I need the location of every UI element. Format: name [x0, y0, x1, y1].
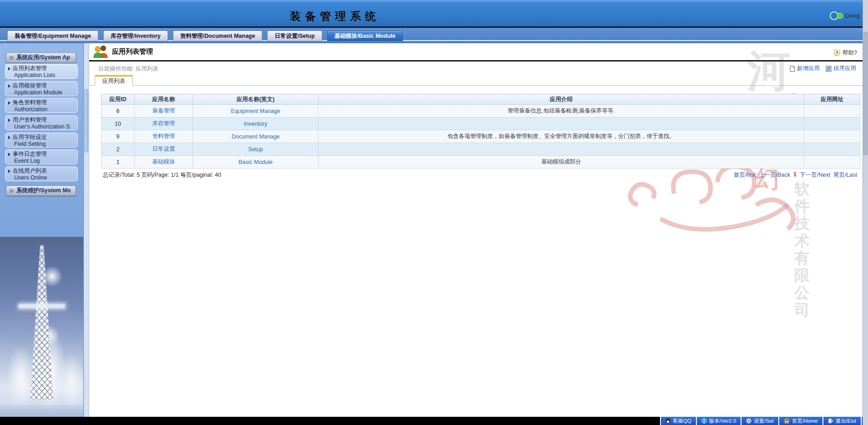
tab-basic-module[interactable]: 基础模块/Basic Module: [327, 31, 403, 41]
sidebar-item-field-setting[interactable]: 应用字段设定 Field Setting: [5, 133, 78, 148]
new-document-icon: [790, 66, 795, 72]
statusbar-label: 首页/Home: [792, 418, 818, 425]
cell-app-name-en-link[interactable]: Equipment Manage: [193, 105, 319, 118]
sidebar-item-label-zh: 应用模块管理: [13, 82, 47, 89]
qq-penguin-icon: [665, 418, 670, 424]
tab-setup[interactable]: 日常设置/Setup: [267, 31, 322, 41]
sidebar-section-system-application[interactable]: 系统应用/System Ap: [6, 52, 76, 63]
watermark-char: 司: [794, 301, 810, 318]
cell-app-intro: 基础模组成部分: [319, 156, 804, 169]
table-row: 10 库存管理 Inventory: [102, 118, 860, 130]
arrow-right-icon: [8, 153, 10, 156]
statusbar-label: 退出/Eixt: [836, 418, 856, 425]
status-label: Doing: [845, 13, 860, 19]
cell-app-url: [804, 156, 860, 169]
statusbar-item-qq[interactable]: 客服QQ: [660, 417, 696, 425]
module-tabstrip: 装备管理/Equipment Manage 库存管理/Inventory 资料管…: [0, 28, 868, 43]
sort-list-icon: [825, 66, 832, 72]
app-title: 装备管理系统: [290, 9, 380, 24]
cell-app-name-en-link[interactable]: Basic Module: [193, 156, 319, 169]
statusbar-item-exit[interactable]: 退出/Eixt: [822, 417, 861, 425]
sidebar-item-label-en: User's Authorization S: [8, 123, 75, 130]
gear-icon: [746, 418, 751, 424]
svg-text:?: ?: [836, 51, 838, 55]
sidebar-item-label-en: Event Log: [8, 158, 75, 164]
sidebar-scrollbar[interactable]: [84, 43, 89, 417]
sidebar-item-application-module[interactable]: 应用模块管理 Application Module: [5, 81, 78, 96]
window-scrollbar[interactable]: [863, 0, 868, 425]
sort-application-button[interactable]: 排序应用: [825, 65, 856, 72]
sidebar-item-event-log[interactable]: 事件日志管理 Event Log: [5, 149, 78, 164]
statusbar-label: 设置/Set: [754, 418, 773, 425]
new-application-button[interactable]: 新增应用: [790, 65, 820, 72]
cell-app-name-link[interactable]: 资料管理: [135, 130, 193, 143]
column-header-app-name: 应用名称: [135, 94, 193, 105]
pagination-back[interactable]: 上一页/Back: [759, 171, 790, 179]
sidebar: 系统应用/System Ap 应用列表管理 Application Lists …: [0, 43, 84, 417]
oil-rig-photo: [0, 237, 84, 417]
pagination: 首页/first 上一页/Back 1 下一页/Next 尾页/Last: [734, 171, 857, 179]
table-header-row: 应用ID 应用名称 应用名称(英文) 应用介绍 应用网址: [102, 94, 860, 105]
sidebar-item-authorization[interactable]: 角色资料管理 Authorization: [5, 98, 78, 113]
status-circle-green-icon: [837, 13, 843, 19]
sidebar-item-label-en: Authorization: [8, 106, 75, 113]
record-summary: 总记录/Total: 5 页码/Page: 1/1 每页/paginal: 40: [103, 171, 221, 179]
sidebar-item-users-online[interactable]: 在线用户列表 Users Online: [5, 166, 78, 181]
arrow-right-icon: [8, 118, 10, 122]
pagination-first[interactable]: 首页/first: [734, 171, 756, 179]
statusbar-item-settings[interactable]: 设置/Set: [741, 417, 778, 425]
page-title: 应用列表管理: [112, 47, 153, 56]
tab-document-manage[interactable]: 资料管理/Document Manage: [173, 31, 263, 41]
sidebar-scrollbar-thumb[interactable]: [84, 89, 88, 153]
cell-app-name-link[interactable]: 日常设置: [135, 143, 193, 156]
watermark-char: 技: [794, 215, 810, 232]
cell-app-url: [804, 143, 860, 156]
tab-equipment-manage[interactable]: 装备管理/Equipment Manage: [7, 31, 98, 41]
sidebar-section-label: 系统应用/System Ap: [16, 54, 70, 61]
help-icon: ?: [834, 50, 841, 56]
cell-app-intro: 管理装备信息,包括装备检测,装备保养等等.: [319, 105, 804, 118]
column-header-app-intro: 应用介绍: [319, 94, 804, 105]
top-banner: 装备管理系统 Doing: [0, 0, 868, 28]
cell-app-name-en-link[interactable]: Setup: [193, 143, 319, 156]
statusbar-item-home[interactable]: 首页/Home: [778, 417, 822, 425]
sidebar-item-label-zh: 应用字段设定: [13, 134, 47, 141]
pagination-next[interactable]: 下一页/Next: [800, 171, 830, 179]
cell-app-id: 6: [102, 105, 135, 118]
cell-app-name-link[interactable]: 装备管理: [135, 105, 193, 118]
sidebar-section-label: 系统维护/System Mo: [16, 187, 71, 195]
cell-app-name-link[interactable]: 基础模块: [135, 156, 193, 169]
statusbar-label: 版本/Ver2.0: [709, 418, 736, 425]
pagination-last[interactable]: 尾页/Last: [833, 171, 857, 179]
new-application-label: 新增应用: [797, 65, 820, 72]
statusbar-item-version[interactable]: 版本/Ver2.0: [696, 417, 741, 425]
panel-tab-application-list[interactable]: 应用列表: [95, 75, 133, 86]
watermark-column: 软 件 技 术 有 限 公 司: [794, 180, 810, 318]
cell-app-intro: [319, 143, 804, 156]
derrick-platform: [19, 304, 65, 308]
arrow-right-icon: [8, 101, 10, 105]
cell-app-name-link[interactable]: 库存管理: [135, 118, 193, 130]
cell-app-id: 2: [102, 143, 135, 156]
table-row: 9 资料管理 Document Manage 包含各项管理制度，如装备管理制度、…: [102, 130, 860, 143]
window-scrollbar-thumb[interactable]: [863, 32, 868, 155]
sidebar-item-users-authorization[interactable]: 用户资料管理 User's Authorization S: [5, 115, 78, 130]
watermark-char: 公: [794, 284, 810, 301]
status-row: 目前操作功能: 应用列表 新增应用: [89, 64, 863, 72]
cell-app-intro: 包含各项管理制度，如装备管理制度、安全管理方面的规章制度等，分门别类，便于查找。: [319, 130, 804, 143]
sidebar-item-label-zh: 角色资料管理: [13, 99, 47, 106]
exit-icon: [828, 418, 833, 424]
table-row: 1 基础模块 Basic Module 基础模组成部分: [102, 156, 860, 169]
watermark-char: 软: [794, 180, 810, 197]
arrow-right-icon: [8, 67, 10, 71]
tab-inventory[interactable]: 库存管理/Inventory: [103, 31, 168, 41]
watermark-char: 件: [794, 197, 810, 215]
arrow-right-icon: [8, 169, 10, 173]
cell-app-name-en-link[interactable]: Inventory: [193, 118, 319, 130]
help-link[interactable]: ? 帮助?: [834, 49, 857, 57]
cell-app-name-en-link[interactable]: Document Manage: [193, 130, 319, 143]
sidebar-item-application-lists[interactable]: 应用列表管理 Application Lists: [5, 64, 78, 79]
sort-application-label: 排序应用: [833, 65, 856, 72]
sidebar-section-system-maintenance[interactable]: 系统维护/System Mo: [6, 185, 76, 196]
sidebar-item-label-zh: 事件日志管理: [13, 151, 47, 158]
